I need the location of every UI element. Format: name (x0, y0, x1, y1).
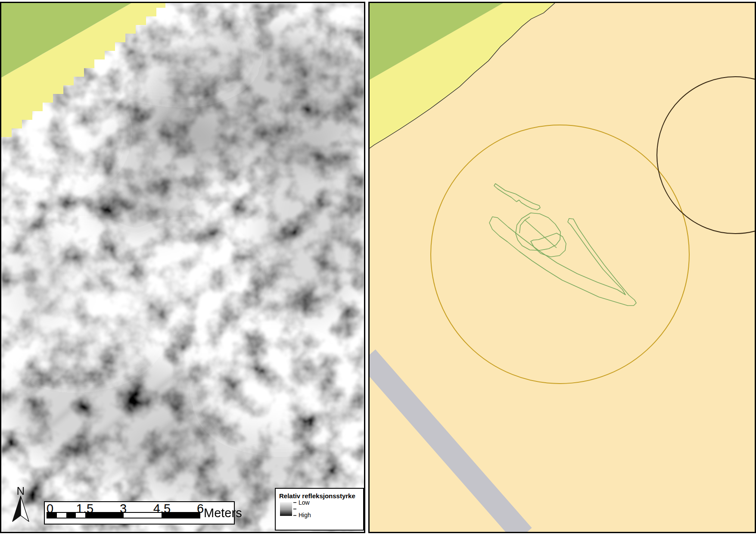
scale-bar-segment (47, 513, 57, 518)
scale-bar-unit: Meters (204, 506, 242, 520)
north-arrow: N (11, 485, 30, 522)
legend-tick (293, 509, 296, 509)
scale-bar-segment (162, 513, 199, 518)
figure-canvas: { "figure": { "left_panel": { "north_lab… (0, 0, 756, 534)
map-panel (368, 2, 756, 533)
scale-bar-strip (47, 512, 200, 518)
gpr-panel: N 0 1,5 3 4,5 6 Meters Relativ refleksjo… (0, 2, 365, 533)
north-arrow-icon (11, 496, 30, 522)
scale-bar-segment (85, 513, 124, 518)
legend-tick (293, 515, 296, 516)
scale-bar: 0 1,5 3 4,5 6 Meters (44, 501, 235, 525)
legend: Relativ refleksjonsstyrke Low High (275, 488, 364, 531)
legend-low-label: Low (299, 499, 310, 506)
legend-title: Relativ refleksjonsstyrke (279, 492, 355, 500)
legend-tick (293, 502, 296, 503)
gpr-raster-image (1, 3, 364, 532)
legend-gradient-ramp (280, 502, 292, 516)
legend-high-label: High (299, 512, 311, 518)
scale-bar-segment (66, 513, 76, 518)
map-drawing (370, 3, 755, 532)
north-arrow-label: N (11, 485, 30, 497)
